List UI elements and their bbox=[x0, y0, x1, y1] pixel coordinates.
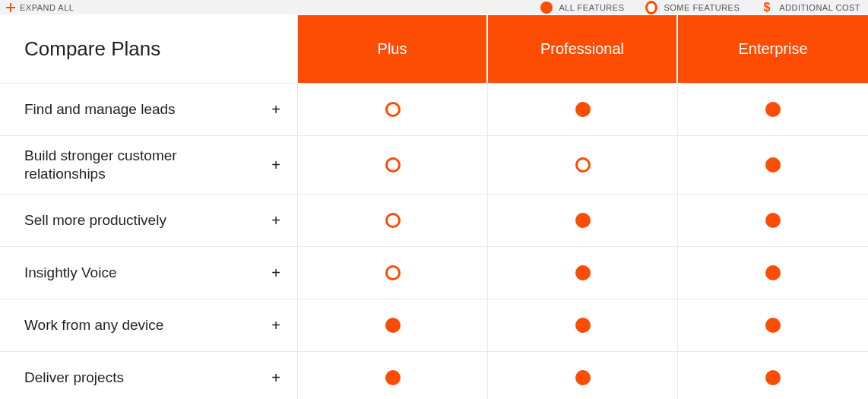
value-cell bbox=[678, 84, 868, 135]
value-cell bbox=[298, 136, 488, 194]
expand-row-button[interactable]: + bbox=[271, 369, 280, 386]
expand-row-button[interactable]: + bbox=[271, 101, 280, 119]
table-row: Build stronger customer relationships+ bbox=[0, 135, 868, 194]
some-features-icon bbox=[385, 102, 401, 117]
plan-header-enterprise: Enterprise bbox=[678, 15, 868, 83]
legend-some-features: SOME FEATURES bbox=[645, 2, 740, 14]
legend-additional-cost-label: ADDITIONAL COST bbox=[779, 3, 860, 12]
value-cell bbox=[488, 247, 678, 299]
legend-all-features: ALL FEATURES bbox=[540, 2, 624, 14]
value-cell bbox=[678, 299, 868, 351]
all-features-icon bbox=[575, 318, 591, 333]
svg-rect-1 bbox=[6, 7, 15, 8]
feature-cell: Work from any device+ bbox=[0, 299, 298, 351]
some-features-icon bbox=[385, 213, 401, 228]
value-cell bbox=[298, 84, 488, 135]
all-features-icon bbox=[765, 157, 781, 173]
value-cell bbox=[298, 195, 488, 246]
table-row: Work from any device+ bbox=[0, 299, 868, 351]
all-features-icon bbox=[540, 2, 553, 14]
feature-label: Find and manage leads bbox=[24, 100, 297, 119]
some-features-icon bbox=[385, 157, 401, 173]
feature-label: Sell more productively bbox=[24, 211, 297, 230]
table-row: Find and manage leads+ bbox=[0, 83, 868, 135]
value-cell bbox=[678, 136, 868, 194]
all-features-icon bbox=[575, 102, 591, 117]
expand-row-button[interactable]: + bbox=[271, 211, 280, 229]
table-row: Insightly Voice+ bbox=[0, 246, 868, 299]
table-row: Deliver projects+ bbox=[0, 351, 868, 400]
page-title: Compare Plans bbox=[0, 15, 298, 83]
plus-icon bbox=[6, 3, 15, 12]
all-features-icon bbox=[765, 102, 781, 117]
value-cell bbox=[298, 352, 488, 400]
table-row: Sell more productively+ bbox=[0, 194, 868, 246]
legend-additional-cost: $ ADDITIONAL COST bbox=[761, 2, 860, 14]
expand-row-button[interactable]: + bbox=[271, 264, 280, 281]
comparison-table: Compare Plans Plus Professional Enterpri… bbox=[0, 15, 868, 399]
some-features-icon bbox=[575, 157, 591, 173]
feature-label: Insightly Voice bbox=[24, 264, 297, 282]
value-cell bbox=[298, 299, 488, 351]
dollar-icon: $ bbox=[761, 2, 773, 14]
all-features-icon bbox=[575, 213, 591, 228]
some-features-icon bbox=[645, 2, 657, 14]
some-features-icon bbox=[385, 265, 401, 280]
feature-cell: Build stronger customer relationships+ bbox=[0, 136, 298, 194]
feature-cell: Find and manage leads+ bbox=[0, 84, 298, 135]
all-features-icon bbox=[765, 265, 781, 280]
all-features-icon bbox=[765, 370, 781, 385]
legend: ALL FEATURES SOME FEATURES $ ADDITIONAL … bbox=[540, 2, 860, 14]
value-cell bbox=[488, 352, 678, 400]
value-cell bbox=[488, 84, 678, 135]
expand-row-button[interactable]: + bbox=[271, 156, 280, 173]
value-cell bbox=[488, 299, 678, 351]
value-cell bbox=[488, 195, 678, 246]
value-cell bbox=[678, 247, 868, 299]
value-cell bbox=[678, 195, 868, 246]
all-features-icon bbox=[385, 318, 401, 333]
topbar: EXPAND ALL ALL FEATURES SOME FEATURES $ … bbox=[0, 0, 868, 15]
plan-header-professional: Professional bbox=[488, 15, 678, 83]
all-features-icon bbox=[385, 370, 401, 385]
all-features-icon bbox=[575, 265, 591, 280]
feature-cell: Deliver projects+ bbox=[0, 352, 298, 400]
legend-all-features-label: ALL FEATURES bbox=[559, 3, 624, 12]
expand-row-button[interactable]: + bbox=[271, 316, 280, 334]
value-cell bbox=[488, 136, 678, 194]
feature-cell: Insightly Voice+ bbox=[0, 247, 298, 299]
feature-label: Build stronger customer relationships bbox=[24, 147, 297, 183]
all-features-icon bbox=[575, 370, 591, 385]
plan-header-plus: Plus bbox=[298, 15, 488, 83]
value-cell bbox=[678, 352, 868, 400]
legend-some-features-label: SOME FEATURES bbox=[664, 3, 740, 12]
feature-label: Deliver projects bbox=[24, 369, 297, 387]
expand-all-button[interactable]: EXPAND ALL bbox=[6, 3, 74, 12]
feature-cell: Sell more productively+ bbox=[0, 195, 298, 246]
value-cell bbox=[298, 247, 488, 299]
expand-all-label: EXPAND ALL bbox=[20, 3, 74, 12]
feature-label: Work from any device bbox=[24, 316, 297, 334]
all-features-icon bbox=[765, 213, 781, 228]
header-row: Compare Plans Plus Professional Enterpri… bbox=[0, 15, 868, 83]
all-features-icon bbox=[765, 318, 781, 333]
